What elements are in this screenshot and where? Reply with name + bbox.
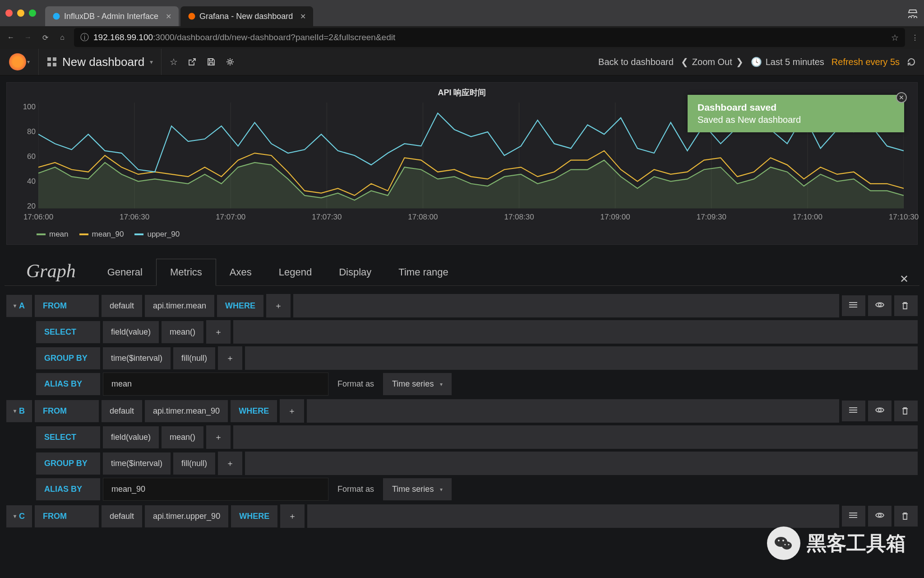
browser-forward-button[interactable]: → <box>23 33 33 42</box>
where-keyword[interactable]: WHERE <box>231 400 277 422</box>
select-aggregation[interactable]: mean() <box>162 321 203 343</box>
query-delete-button[interactable] <box>894 401 918 421</box>
browser-tab-influxdb[interactable]: InfluxDB - Admin Interface ✕ <box>45 6 179 26</box>
chart-legend: mean mean_90 upper_90 <box>7 227 917 244</box>
aliasby-keyword[interactable]: ALIAS BY <box>36 478 100 500</box>
groupby-fill[interactable]: fill(null) <box>173 452 215 475</box>
legend-item-mean90[interactable]: mean_90 <box>79 230 124 239</box>
from-measurement[interactable]: api.timer.upper_90 <box>145 505 228 527</box>
browser-reload-button[interactable]: ⟳ <box>40 33 51 42</box>
save-button[interactable] <box>207 57 216 66</box>
tab-legend[interactable]: Legend <box>265 259 325 285</box>
alias-input[interactable]: mean <box>103 373 328 396</box>
format-select[interactable]: Time series <box>383 373 452 395</box>
bookmark-star-icon[interactable]: ☆ <box>891 33 899 43</box>
select-keyword[interactable]: SELECT <box>36 321 100 343</box>
refresh-interval-button[interactable]: Refresh every 5s <box>832 57 900 67</box>
query-block: C FROM default api.timer.upper_90 WHERE … <box>6 504 918 528</box>
tab-close-icon[interactable]: ✕ <box>300 12 306 21</box>
query-drag-handle[interactable] <box>842 401 865 421</box>
from-keyword[interactable]: FROM <box>35 505 99 527</box>
format-select[interactable]: Time series <box>383 478 452 500</box>
select-keyword[interactable]: SELECT <box>36 426 100 448</box>
aliasby-keyword[interactable]: ALIAS BY <box>36 373 100 395</box>
tab-axes[interactable]: Axes <box>216 259 265 285</box>
query-drag-handle[interactable] <box>842 506 865 527</box>
toast-close-button[interactable]: ✕ <box>896 92 907 103</box>
query-toggle-visibility[interactable] <box>868 506 892 527</box>
add-select-button[interactable]: ＋ <box>206 425 231 449</box>
browser-back-button[interactable]: ← <box>5 33 16 42</box>
star-dashboard-button[interactable]: ☆ <box>170 56 178 67</box>
where-keyword[interactable]: WHERE <box>217 295 263 317</box>
svg-marker-17 <box>38 160 904 209</box>
from-keyword[interactable]: FROM <box>35 295 99 317</box>
dashboard-picker[interactable]: New dashboard ▾ <box>39 49 162 75</box>
clock-icon: 🕓 <box>751 56 762 67</box>
tab-general[interactable]: General <box>94 259 156 285</box>
query-toggle-A[interactable]: A <box>6 295 32 317</box>
groupby-time[interactable]: time($interval) <box>103 452 171 475</box>
add-groupby-button[interactable]: ＋ <box>218 346 242 370</box>
svg-rect-4 <box>47 63 51 66</box>
select-field[interactable]: field(value) <box>103 321 159 343</box>
tab-title: InfluxDB - Admin Interface <box>64 12 158 21</box>
legend-item-upper90[interactable]: upper_90 <box>134 230 180 239</box>
from-keyword[interactable]: FROM <box>35 400 99 422</box>
site-info-icon[interactable]: ⓘ <box>80 32 89 43</box>
share-button[interactable] <box>188 57 197 66</box>
groupby-keyword[interactable]: GROUP BY <box>36 452 100 475</box>
browser-tab-bar: InfluxDB - Admin Interface ✕ Grafana - N… <box>0 0 924 26</box>
browser-tab-grafana[interactable]: Grafana - New dashboard ✕ <box>180 6 313 26</box>
query-toggle-visibility[interactable] <box>868 295 892 316</box>
query-block: A FROM default api.timer.mean WHERE ＋ SE… <box>6 294 918 396</box>
back-to-dashboard-link[interactable]: Back to dashboard <box>598 57 674 67</box>
query-toggle-C[interactable]: C <box>6 505 32 527</box>
add-where-button[interactable]: ＋ <box>280 504 305 528</box>
query-toggle-B[interactable]: B <box>6 400 32 422</box>
query-delete-button[interactable] <box>894 295 918 316</box>
from-measurement[interactable]: api.timer.mean_90 <box>145 400 228 422</box>
tab-close-icon[interactable]: ✕ <box>166 12 171 21</box>
time-range-picker[interactable]: 🕓 Last 5 minutes <box>751 56 824 67</box>
add-where-button[interactable]: ＋ <box>266 294 291 317</box>
dashboard-toolbar: ☆ <box>162 56 243 67</box>
svg-point-33 <box>782 540 784 541</box>
window-close-button[interactable] <box>5 9 13 17</box>
browser-menu-button[interactable]: ⋮ <box>911 33 919 42</box>
tab-time-range[interactable]: Time range <box>385 259 462 285</box>
add-where-button[interactable]: ＋ <box>280 399 304 423</box>
time-back-button[interactable]: ❮ <box>681 56 688 67</box>
groupby-fill[interactable]: fill(null) <box>173 347 215 369</box>
from-datasource[interactable]: default <box>102 505 142 527</box>
legend-item-mean[interactable]: mean <box>37 230 69 239</box>
window-minimize-button[interactable] <box>17 9 24 17</box>
settings-button[interactable] <box>226 57 235 66</box>
query-toggle-visibility[interactable] <box>868 401 892 421</box>
query-delete-button[interactable] <box>894 506 918 527</box>
add-select-button[interactable]: ＋ <box>206 320 231 344</box>
select-field[interactable]: field(value) <box>103 426 159 448</box>
add-groupby-button[interactable]: ＋ <box>218 452 242 475</box>
time-forward-button[interactable]: ❯ <box>736 56 744 67</box>
chevron-down-icon: ▾ <box>150 58 153 65</box>
from-datasource[interactable]: default <box>102 295 142 317</box>
close-editor-button[interactable]: ✕ <box>889 273 919 285</box>
zoom-out-button[interactable]: Zoom Out <box>692 57 732 67</box>
format-as-label: Format as <box>331 379 380 389</box>
window-maximize-button[interactable] <box>29 9 36 17</box>
refresh-button[interactable] <box>907 57 916 66</box>
groupby-keyword[interactable]: GROUP BY <box>36 347 100 369</box>
from-datasource[interactable]: default <box>102 400 142 422</box>
from-measurement[interactable]: api.timer.mean <box>145 295 214 317</box>
tab-display[interactable]: Display <box>325 259 385 285</box>
address-input[interactable]: ⓘ 192.168.99.100:3000/dashboard/db/new-d… <box>74 28 905 47</box>
alias-input[interactable]: mean_90 <box>103 478 328 501</box>
query-drag-handle[interactable] <box>842 295 865 316</box>
select-aggregation[interactable]: mean() <box>162 426 203 448</box>
tab-metrics[interactable]: Metrics <box>156 259 216 286</box>
grafana-logo-menu[interactable]: ▾ <box>0 49 39 75</box>
groupby-time[interactable]: time($interval) <box>103 347 171 369</box>
where-keyword[interactable]: WHERE <box>231 505 277 527</box>
browser-home-button[interactable]: ⌂ <box>57 33 68 42</box>
